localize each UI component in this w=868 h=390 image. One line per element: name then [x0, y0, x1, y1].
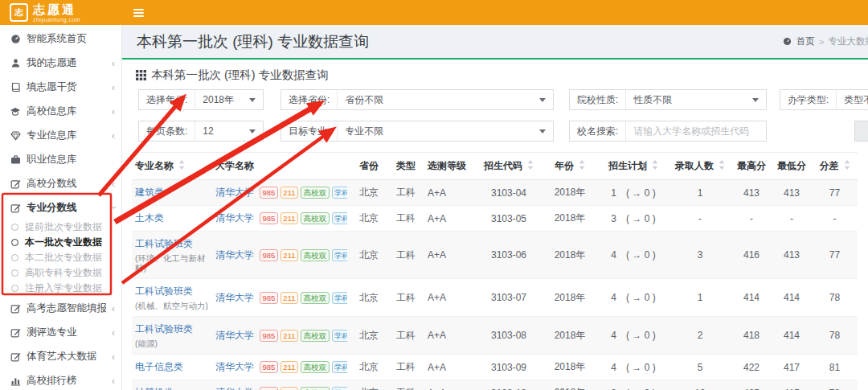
- data-table-wrap: 专业名称大学名称省份类型选测等级招生代码年份招生计划录取人数最高分最低分分差建筑…: [132, 152, 860, 390]
- sort-icon[interactable]: [719, 160, 725, 172]
- sidebar-subitem-label: 本二批次专业数据: [25, 251, 102, 265]
- sidebar-subitem-7-3[interactable]: 高职专科专业数据: [0, 265, 121, 281]
- brand-logo[interactable]: 志 志愿通 zhiyuantong.com: [0, 0, 122, 25]
- column-header-major[interactable]: 专业名称: [132, 153, 212, 180]
- sidebar: 智能系统首页我的志愿通‹填志愿干货‹高校信息库‹专业信息库‹职业信息库高校分数线…: [0, 25, 122, 390]
- badge-985: 985: [260, 249, 278, 261]
- badge-211: 211: [280, 361, 298, 373]
- breadcrumb-home[interactable]: 首页: [782, 35, 815, 47]
- cell-plan: 2( → 0 ): [598, 380, 669, 390]
- province-select[interactable]: 省份不限: [338, 93, 553, 107]
- year-select[interactable]: 2018年: [195, 93, 263, 107]
- school-search-input[interactable]: [626, 125, 766, 137]
- cell-university: 清华大学985211高校双学科双: [212, 206, 350, 232]
- cell-province: 北京: [350, 380, 387, 390]
- major-link[interactable]: 电子信息类: [135, 361, 183, 372]
- page-size-select[interactable]: 12: [195, 125, 263, 137]
- plan-note: ( → 0 ): [626, 187, 656, 199]
- university-link[interactable]: 清华大学: [215, 329, 254, 343]
- sidebar-item-11[interactable]: 高校排行榜‹: [0, 368, 121, 390]
- sidebar-subitem-7-4[interactable]: 注册入学专业数据: [0, 281, 121, 296]
- selected-value: 类型不限: [844, 93, 868, 107]
- column-label: 录取人数: [675, 159, 714, 173]
- column-header-diff[interactable]: 分差: [812, 153, 858, 180]
- cell-year: 2018年: [542, 279, 598, 317]
- filter-label: 选择年份:: [139, 90, 195, 109]
- cell-university: 清华大学985211高校双学科双: [212, 317, 350, 355]
- sidebar-item-10[interactable]: 体育艺术大数据‹: [0, 344, 121, 368]
- search-button[interactable]: [854, 121, 868, 142]
- content-panel: 本科第一批次 (理科) 专业数据查询 选择年份:2018年选择省份:省份不限院校…: [122, 60, 868, 390]
- cell-major: 计算机类: [132, 380, 212, 390]
- cell-max: 418: [731, 317, 772, 355]
- cell-max: 413: [731, 180, 772, 206]
- sidebar-item-5[interactable]: 职业信息库: [0, 147, 121, 171]
- university-link[interactable]: 清华大学: [215, 211, 254, 225]
- cell-max: 422: [731, 355, 772, 380]
- cell-type: 工科: [387, 232, 424, 279]
- sidebar-item-7[interactable]: 专业分数线‹: [0, 195, 121, 220]
- cell-plan: 4( → 0 ): [598, 317, 669, 355]
- cell-diff: 81: [812, 355, 858, 380]
- sidebar-subitem-7-2[interactable]: 本二批次专业数据: [0, 250, 121, 265]
- sort-icon[interactable]: [579, 160, 585, 172]
- cell-year: 2018年: [542, 232, 598, 279]
- sidebar-item-8[interactable]: 高考志愿智能填报‹: [0, 296, 121, 320]
- sidebar-item-2[interactable]: 填志愿干货‹: [0, 75, 121, 99]
- cell-type: 工科: [387, 206, 424, 232]
- caret-down-icon: [752, 98, 759, 102]
- sidebar-subitem-7-0[interactable]: 提前批次专业数据: [0, 220, 121, 235]
- sidebar-item-0[interactable]: 智能系统首页: [0, 27, 121, 51]
- sidebar-item-4[interactable]: 专业信息库‹: [0, 123, 121, 147]
- cell-year: 2018年: [542, 317, 598, 355]
- sort-icon[interactable]: [178, 160, 185, 172]
- school-type-select[interactable]: 类型不限: [837, 93, 868, 107]
- breadcrumb-current: 专业大数据: [829, 35, 868, 47]
- major-link[interactable]: 建筑类: [135, 187, 164, 198]
- column-header-year[interactable]: 年份: [542, 153, 598, 180]
- major-note: (机械、航空与动力): [135, 301, 209, 310]
- case-icon: [10, 154, 21, 165]
- sidebar-item-3[interactable]: 高校信息库‹: [0, 99, 121, 123]
- badge-学科双: 学科双: [332, 292, 347, 304]
- major-link[interactable]: 工科试验班类: [135, 323, 193, 335]
- cell-max: 416: [731, 232, 772, 279]
- column-header-admitted[interactable]: 录取人数: [669, 153, 731, 180]
- cell-admitted: -: [669, 206, 731, 232]
- university-link[interactable]: 清华大学: [215, 291, 254, 305]
- sidebar-item-label: 专业分数线: [27, 201, 106, 215]
- major-link[interactable]: 计算机类: [135, 387, 174, 390]
- university-link[interactable]: 清华大学: [215, 248, 254, 262]
- menu-icon[interactable]: [130, 6, 147, 20]
- sidebar-item-1[interactable]: 我的志愿通‹: [0, 51, 121, 75]
- major-link[interactable]: 工科试验班类: [135, 285, 193, 297]
- badge-211: 211: [280, 187, 298, 199]
- column-label: 省份: [359, 159, 379, 173]
- cell-university: 清华大学985211高校双学科双: [212, 180, 350, 206]
- sort-icon[interactable]: [527, 160, 534, 172]
- badge-学科双: 学科双: [332, 187, 347, 199]
- column-header-university: 大学名称: [212, 153, 350, 180]
- target-major-select[interactable]: 专业不限: [338, 125, 553, 138]
- chevron-left-icon: ‹: [112, 327, 115, 338]
- sort-icon[interactable]: [652, 160, 658, 172]
- badge-高校双: 高校双: [301, 387, 330, 390]
- sidebar-item-6[interactable]: 高校分数线‹: [0, 171, 121, 195]
- university-link[interactable]: 清华大学: [215, 360, 254, 374]
- sidebar-item-9[interactable]: 测评选专业‹: [0, 320, 121, 344]
- column-header-plan[interactable]: 招生计划: [598, 153, 669, 180]
- sort-icon[interactable]: [844, 160, 850, 172]
- major-link[interactable]: 土木类: [135, 212, 164, 224]
- radio-icon: [11, 285, 18, 292]
- university-link[interactable]: 清华大学: [215, 386, 254, 390]
- sidebar-subitem-7-1[interactable]: 本一批次专业数据: [0, 235, 121, 250]
- major-link[interactable]: 工科试验班类: [135, 238, 193, 249]
- badge-学科双: 学科双: [332, 361, 347, 373]
- college-nature-select[interactable]: 性质不限: [626, 93, 766, 107]
- cell-year: 2018年: [542, 206, 598, 232]
- cell-diff: 78: [812, 317, 858, 355]
- column-label: 招生计划: [608, 159, 647, 173]
- university-link[interactable]: 清华大学: [215, 186, 254, 199]
- column-header-code[interactable]: 招生代码: [476, 153, 542, 180]
- badge-211: 211: [280, 249, 298, 261]
